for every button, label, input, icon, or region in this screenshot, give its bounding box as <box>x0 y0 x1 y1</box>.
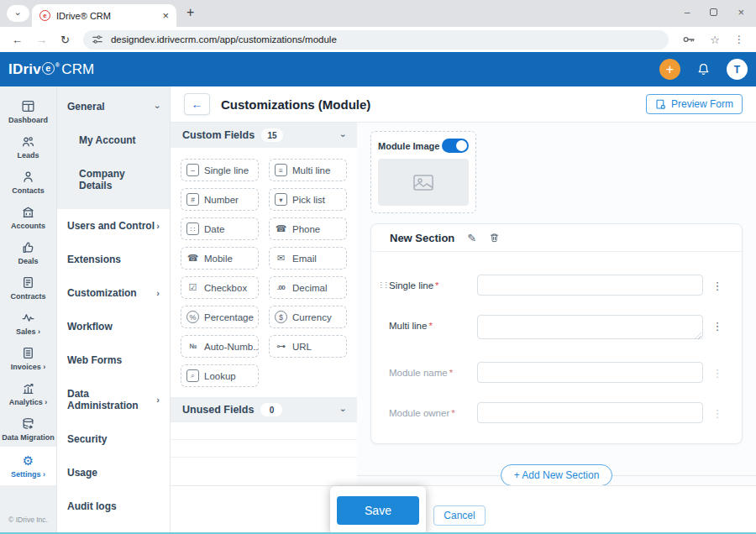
sidebar-item-invoices[interactable]: Invoices › <box>0 341 56 376</box>
tab-close-icon[interactable]: × <box>162 9 169 22</box>
drag-handle-icon[interactable]: ⋮⋮ <box>376 275 389 289</box>
calendar-icon: ∷ <box>186 222 199 235</box>
unused-fields-empty-row <box>171 422 357 440</box>
module-image-label: Module Image <box>378 141 439 151</box>
sidebar-item-sales[interactable]: Sales › <box>0 306 56 341</box>
reload-icon[interactable]: ↻ <box>60 34 70 46</box>
sidebar-item-leads[interactable]: Leads <box>0 129 56 165</box>
sidebar-item-accounts[interactable]: Accounts <box>0 200 56 235</box>
address-bar[interactable]: designdev.idrivecrm.com/app/customizatio… <box>83 30 669 50</box>
delete-trash-icon[interactable] <box>489 232 500 243</box>
new-tab-button[interactable]: + <box>186 5 194 20</box>
row-menu-kebab-icon[interactable]: ⋮ <box>703 402 732 420</box>
tab-search-button[interactable]: › <box>7 5 29 22</box>
field-chip-checkbox[interactable]: ☑Checkbox <box>181 276 259 299</box>
window-close-icon[interactable]: × <box>738 6 744 18</box>
subnav-item-users-and-control[interactable]: Users and Control › <box>57 209 170 243</box>
edit-pencil-icon[interactable]: ✎ <box>467 232 476 244</box>
multi-line-icon: ≡ <box>275 164 287 176</box>
chevron-down-icon: › <box>339 408 349 411</box>
single-line-icon: ‒ <box>186 164 199 176</box>
field-chip-single-line[interactable]: ‒Single line <box>181 159 259 181</box>
preview-form-icon <box>655 99 666 110</box>
dollar-icon: $ <box>275 311 287 323</box>
logo-text: IDriv <box>8 61 41 78</box>
invoices-icon <box>21 346 35 360</box>
logo-registered-mark: ® <box>55 62 60 68</box>
sidebar-item-dashboard[interactable]: Dashboard <box>0 94 56 129</box>
module-name-input[interactable] <box>477 362 703 383</box>
row-menu-kebab-icon[interactable]: ⋮ <box>703 275 732 292</box>
module-owner-input[interactable] <box>477 402 703 423</box>
main-content: ← Customizations (Module) Preview Form C… <box>171 86 756 534</box>
field-chip-date[interactable]: ∷Date <box>181 217 259 240</box>
number-icon: # <box>186 193 199 206</box>
back-button[interactable]: ← <box>184 93 210 115</box>
field-chip-mobile[interactable]: ☎Mobile <box>181 247 259 270</box>
sidebar-item-contacts[interactable]: Contacts <box>0 165 56 200</box>
quick-add-button[interactable]: + <box>659 59 680 80</box>
field-chip-number[interactable]: #Number <box>181 188 259 211</box>
sidebar-item-analytics[interactable]: Analytics › <box>0 376 56 411</box>
nav-forward-icon[interactable]: → <box>36 34 47 46</box>
subnav-item-data-administration[interactable]: Data Administration › <box>57 377 170 422</box>
subnav-item-audit-logs[interactable]: Audit logs <box>57 490 170 523</box>
password-key-icon[interactable] <box>682 34 696 45</box>
cancel-button[interactable]: Cancel <box>433 505 486 526</box>
field-chip-pick-list[interactable]: ▾Pick list <box>269 188 347 211</box>
sidebar-item-contracts[interactable]: Contracts <box>0 270 56 306</box>
subnav-item-web-forms[interactable]: Web Forms <box>57 343 170 377</box>
field-chip-currency[interactable]: $Currency <box>269 306 347 328</box>
unused-fields-header[interactable]: Unused Fields 0 › <box>171 397 357 422</box>
subnav-item-extensions[interactable]: Extensions <box>57 243 170 276</box>
sidebar-item-deals[interactable]: Deals <box>0 235 56 270</box>
back-arrow-icon: ← <box>192 97 203 111</box>
page-title: Customizations (Module) <box>221 97 370 112</box>
notifications-bell-icon[interactable] <box>696 62 711 77</box>
sidebar-item-settings[interactable]: ⚙ Settings › <box>0 447 56 485</box>
add-new-section-button[interactable]: + Add New Section <box>501 464 613 486</box>
minimize-icon[interactable]: – <box>685 7 690 18</box>
save-button-highlight: Save <box>330 486 426 534</box>
preview-form-button[interactable]: Preview Form <box>646 94 743 114</box>
browser-tab[interactable]: e IDrive® CRM × <box>32 4 176 27</box>
subnav-item-customization[interactable]: Customization › <box>57 276 170 310</box>
sales-pulse-icon <box>21 311 35 325</box>
field-chip-percentage[interactable]: %Percentage <box>181 306 259 328</box>
browser-menu-icon[interactable]: ⋮ <box>734 34 744 45</box>
module-image-toggle[interactable] <box>442 139 469 153</box>
row-menu-kebab-icon[interactable]: ⋮ <box>703 315 732 332</box>
icon-sidebar: Dashboard Leads Contacts Accounts Deals … <box>0 86 57 534</box>
url-text[interactable]: designdev.idrivecrm.com/app/customizatio… <box>111 34 337 44</box>
nav-back-icon[interactable]: ← <box>12 34 23 46</box>
auto-number-icon: № <box>186 340 199 353</box>
subnav-item-general[interactable]: General › <box>57 90 170 123</box>
field-chip-phone[interactable]: ☎Phone <box>269 217 347 240</box>
header-actions: + T <box>659 59 748 80</box>
sidebar-item-data-migration[interactable]: Data Migration <box>0 411 56 447</box>
percent-icon: % <box>186 311 199 323</box>
multi-line-textarea[interactable] <box>477 315 703 339</box>
save-button[interactable]: Save <box>337 496 419 525</box>
field-chip-decimal[interactable]: .00Decimal <box>269 276 347 299</box>
subnav-item-my-account[interactable]: My Account <box>57 123 170 157</box>
single-line-input[interactable] <box>477 275 703 296</box>
site-settings-icon[interactable] <box>92 34 103 45</box>
restore-icon[interactable] <box>710 8 717 16</box>
user-avatar[interactable]: T <box>727 59 748 80</box>
field-chip-multi-line[interactable]: ≡Multi line <box>269 159 347 181</box>
field-chip-url[interactable]: ⊶URL <box>269 335 347 358</box>
subnav-item-company-details[interactable]: Company Details <box>57 157 170 202</box>
row-menu-kebab-icon[interactable]: ⋮ <box>703 362 732 380</box>
field-chip-email[interactable]: ✉Email <box>269 247 347 270</box>
field-chip-lookup[interactable]: ⌕Lookup <box>181 364 259 387</box>
deals-thumbs-up-icon <box>21 240 35 254</box>
required-asterisk: * <box>451 408 454 418</box>
subnav-item-workflow[interactable]: Workflow <box>57 310 170 343</box>
subnav-item-security[interactable]: Security <box>57 422 170 456</box>
bookmark-star-icon[interactable]: ☆ <box>710 34 720 46</box>
required-asterisk: * <box>428 321 432 331</box>
subnav-item-usage[interactable]: Usage <box>57 456 170 490</box>
field-chip-auto-number[interactable]: №Auto-Numb... <box>181 335 259 358</box>
custom-fields-header[interactable]: Custom Fields 15 › <box>171 123 357 148</box>
